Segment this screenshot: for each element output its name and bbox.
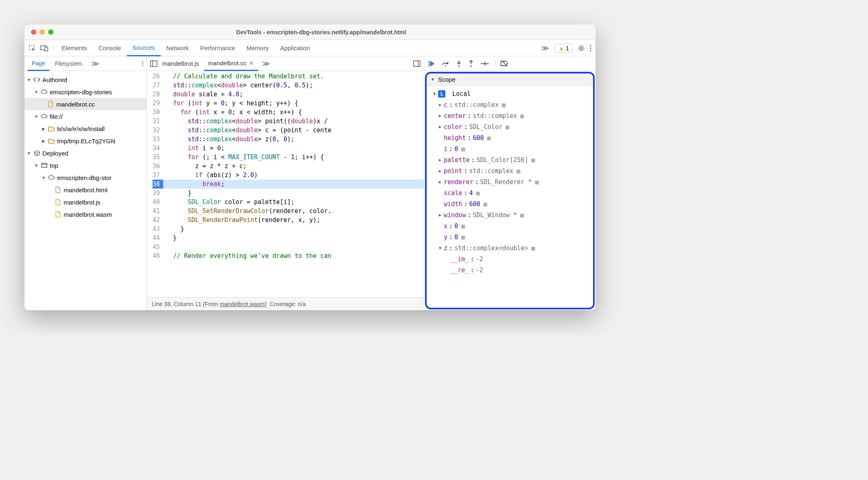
nav-more-icon[interactable]: ≫ [88, 59, 102, 68]
tree-js[interactable]: mandelbrot.js [24, 196, 146, 208]
code-line[interactable]: SDL_Color color = palette[i]; [163, 198, 424, 207]
tree-mandelbrot-cc[interactable]: mandelbrot.cc [24, 98, 146, 110]
code-line[interactable]: for (int x = 0; x < width; x++) { [163, 108, 424, 117]
editor-more-icon[interactable]: ≫ [259, 59, 273, 68]
nav-kebab-icon[interactable] [142, 61, 143, 67]
step-into-icon[interactable] [456, 60, 462, 67]
tree-top[interactable]: ▼top [24, 159, 146, 171]
minimize-window[interactable] [40, 29, 45, 35]
step-icon[interactable] [480, 62, 489, 66]
tree-file-scheme[interactable]: ▼file:// [24, 110, 146, 122]
tree-domain2[interactable]: ▼emscripten-dbg-stor [24, 171, 146, 184]
code-line[interactable]: for (int y = 0; y < height; y++) { [163, 99, 424, 108]
scope-local[interactable]: ▼L Local [430, 88, 590, 99]
memory-icon[interactable]: ▦ [461, 233, 465, 241]
code-line[interactable]: break; [163, 180, 424, 189]
editor-tab-cc[interactable]: mandelbrot.cc✕ [204, 56, 258, 71]
code-line[interactable]: std::complex<double> z(0, 0); [163, 135, 424, 144]
nav-tab-filesystem[interactable]: Filesystem [51, 56, 86, 71]
code-line[interactable]: SDL_RenderDrawPoint(renderer, x, y); [163, 216, 424, 224]
memory-icon[interactable]: ▦ [487, 134, 491, 142]
line-gutter[interactable]: 2627282930313233343536373839404142434445… [147, 71, 163, 297]
memory-icon[interactable]: ▦ [505, 123, 509, 131]
close-tab-icon[interactable]: ✕ [249, 60, 254, 67]
code-line[interactable]: double scale = 4.0; [163, 90, 424, 99]
scope-var-i[interactable]: i: 0▦ [430, 143, 590, 154]
tree-authored[interactable]: ▼Authored [24, 73, 146, 86]
code-line[interactable]: // Calculate and draw the Mandelbrot set… [163, 72, 424, 81]
code-line[interactable] [163, 242, 424, 251]
scope-var-z-im[interactable]: __im_: -2 [430, 253, 590, 264]
code-line[interactable]: std::complex<double> center(0.5, 0.5); [163, 81, 424, 90]
memory-icon[interactable]: ▦ [483, 200, 487, 208]
memory-icon[interactable]: ▦ [520, 112, 524, 120]
scope-var-z[interactable]: ▼z: std::complex<double>▦ [430, 242, 590, 253]
scope-var-palette[interactable]: ▶palette: SDL_Color[256]▦ [430, 154, 590, 165]
scope-var-y[interactable]: y: 0▦ [430, 231, 590, 242]
scope-var-color[interactable]: ▶color: SDL_Color▦ [430, 121, 590, 132]
tree-html[interactable]: mandelbrot.html [24, 184, 146, 196]
scope-var-center[interactable]: ▶center: std::complex▦ [430, 110, 590, 121]
memory-icon[interactable]: ▦ [520, 211, 524, 219]
settings-icon[interactable] [578, 44, 585, 52]
code-line[interactable]: std::complex<double> point((double)x / [163, 117, 424, 126]
wasm-link[interactable]: mandelbrot.wasm [220, 301, 265, 307]
memory-icon[interactable]: ▦ [535, 178, 539, 186]
deactivate-breakpoints-icon[interactable] [495, 60, 509, 67]
step-over-icon[interactable] [441, 61, 450, 67]
editor-tab-js[interactable]: mandelbrot.js [158, 56, 203, 71]
scope-var-height[interactable]: height: 600▦ [430, 132, 590, 143]
device-toolbar-icon[interactable] [40, 45, 48, 51]
panel-tab-elements[interactable]: Elements [56, 40, 93, 56]
memory-icon[interactable]: ▦ [502, 101, 505, 109]
warnings-badge[interactable]: ▲1 [555, 44, 573, 53]
step-out-icon[interactable] [468, 60, 474, 67]
scope-var-window[interactable]: ▶window: SDL_Window *▦ [430, 209, 590, 220]
code-editor[interactable]: 2627282930313233343536373839404142434445… [147, 71, 424, 297]
code-line[interactable]: } [163, 189, 424, 198]
scope-var-z-re[interactable]: __re_: -2 [430, 264, 590, 276]
panel-tab-performance[interactable]: Performance [195, 40, 241, 56]
code-line[interactable]: z = z * z + c; [163, 162, 424, 171]
toggle-navigator-icon[interactable] [150, 60, 157, 67]
panel-tab-application[interactable]: Application [275, 40, 316, 56]
memory-icon[interactable]: ▦ [476, 189, 480, 197]
scope-header[interactable]: ▼Scope [427, 73, 593, 86]
code-line[interactable]: int i = 0; [163, 144, 424, 153]
memory-icon[interactable]: ▦ [531, 244, 535, 252]
tree-wasm[interactable]: mandelbrot.wasm [24, 208, 146, 220]
scope-var-c[interactable]: ▶c: std::complex▦ [430, 99, 590, 110]
panel-tab-sources[interactable]: Sources [127, 40, 161, 56]
maximize-window[interactable] [48, 29, 53, 35]
scope-var-x[interactable]: x: 0▦ [430, 220, 590, 231]
scope-var-point[interactable]: ▶point: std::complex▦ [430, 165, 590, 176]
tree-domain[interactable]: ▼emscripten-dbg-stories [24, 86, 146, 98]
panel-tab-console[interactable]: Console [93, 40, 127, 56]
scope-var-scale[interactable]: scale: 4▦ [430, 187, 590, 198]
memory-icon[interactable]: ▦ [517, 167, 520, 175]
resume-icon[interactable] [428, 60, 435, 67]
more-tabs-icon[interactable]: ≫ [538, 44, 552, 53]
close-window[interactable] [31, 29, 36, 35]
inspect-icon[interactable] [29, 44, 36, 52]
code-line[interactable]: SDL_SetRenderDrawColor(renderer, color. [163, 207, 424, 216]
code-line[interactable]: if (abs(z) > 2.0) [163, 171, 424, 180]
code-content[interactable]: // Calculate and draw the Mandelbrot set… [163, 71, 424, 297]
memory-icon[interactable]: ▦ [461, 145, 465, 153]
memory-icon[interactable]: ▦ [461, 222, 465, 230]
kebab-menu-icon[interactable] [590, 44, 591, 52]
code-line[interactable]: std::complex<double> c = (point - cente [163, 126, 424, 135]
toggle-debugger-icon[interactable] [413, 60, 421, 67]
scope-var-renderer[interactable]: ▶renderer: SDL_Renderer *▦ [430, 176, 590, 187]
nav-tab-page[interactable]: Page [28, 56, 49, 71]
panel-tab-memory[interactable]: Memory [241, 40, 275, 56]
code-line[interactable]: } [163, 224, 424, 233]
code-line[interactable]: for (; i < MAX_ITER_COUNT - 1; i++) { [163, 153, 424, 162]
panel-tab-network[interactable]: Network [161, 40, 195, 56]
tree-folder-tmp[interactable]: ▶tmp/tmp.ELcTq2YGN [24, 135, 146, 147]
tree-deployed[interactable]: ▼Deployed [24, 147, 146, 159]
memory-icon[interactable]: ▦ [531, 156, 535, 164]
tree-folder-install[interactable]: ▶b/s/w/ir/x/w/install [24, 122, 146, 135]
scope-var-width[interactable]: width: 600▦ [430, 198, 590, 209]
code-line[interactable]: // Render everything we've drawn to the … [163, 251, 424, 260]
